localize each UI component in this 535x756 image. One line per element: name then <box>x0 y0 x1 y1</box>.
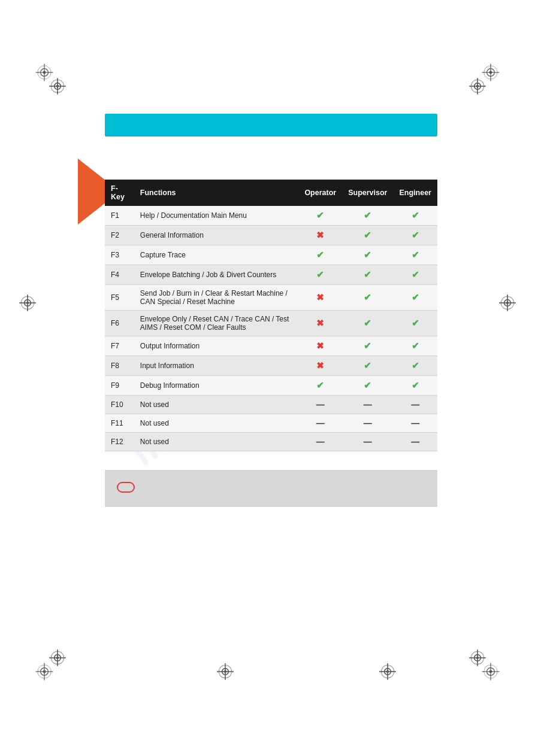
reg-mark-bottom-center-right <box>378 662 397 681</box>
cell-supervisor: ✔ <box>342 265 393 285</box>
col-engineer: Engineer <box>393 180 437 206</box>
svg-rect-30 <box>117 482 134 492</box>
cell-operator: ✔ <box>298 245 342 265</box>
reg-mark-bottom-right-inner <box>468 648 487 667</box>
table-row: F8 Input Information ✖ ✔ ✔ <box>105 356 437 376</box>
cell-engineer: ✔ <box>393 311 437 336</box>
cell-engineer: ✔ <box>393 245 437 265</box>
cell-supervisor: — <box>342 414 393 433</box>
reg-mark-bottom-center-left <box>216 662 235 681</box>
cell-operator: ✖ <box>298 311 342 336</box>
cell-supervisor: ✔ <box>342 226 393 245</box>
cell-operator: ✔ <box>298 265 342 285</box>
cell-fkey: F4 <box>105 265 134 285</box>
col-functions: Functions <box>134 180 299 206</box>
cell-engineer: ✔ <box>393 226 437 245</box>
main-table-container: F-Key Functions Operator Supervisor Engi… <box>105 180 437 451</box>
table-row: F5 Send Job / Burn in / Clear & Restart … <box>105 285 437 311</box>
cell-operator: — <box>298 414 342 433</box>
table-row: F11 Not used — — — <box>105 414 437 433</box>
cell-supervisor: — <box>342 433 393 451</box>
cell-fkey: F8 <box>105 356 134 376</box>
cell-supervisor: ✔ <box>342 285 393 311</box>
cell-function: Help / Documentation Main Menu <box>134 206 299 226</box>
cell-function: Input Information <box>134 356 299 376</box>
cell-fkey: F10 <box>105 396 134 414</box>
cell-engineer: ✔ <box>393 265 437 285</box>
table-row: F2 General Information ✖ ✔ ✔ <box>105 226 437 245</box>
cell-operator: ✔ <box>298 206 342 226</box>
cell-supervisor: ✔ <box>342 376 393 396</box>
cell-function: Debug Information <box>134 376 299 396</box>
col-fkey: F-Key <box>105 180 134 206</box>
table-row: F10 Not used — — — <box>105 396 437 414</box>
cell-fkey: F1 <box>105 206 134 226</box>
cell-operator: ✖ <box>298 336 342 356</box>
cell-function: Envelope Batching / Job & Divert Counter… <box>134 265 299 285</box>
cell-operator: ✖ <box>298 356 342 376</box>
cell-engineer: ✔ <box>393 376 437 396</box>
cell-function: General Information <box>134 226 299 245</box>
cell-fkey: F5 <box>105 285 134 311</box>
cell-fkey: F11 <box>105 414 134 433</box>
col-supervisor: Supervisor <box>342 180 393 206</box>
cell-fkey: F6 <box>105 311 134 336</box>
cell-function: Output Information <box>134 336 299 356</box>
cell-supervisor: ✔ <box>342 356 393 376</box>
cell-supervisor: — <box>342 396 393 414</box>
cell-engineer: — <box>393 396 437 414</box>
cell-operator: ✖ <box>298 285 342 311</box>
table-row: F7 Output Information ✖ ✔ ✔ <box>105 336 437 356</box>
cell-fkey: F7 <box>105 336 134 356</box>
cell-engineer: — <box>393 414 437 433</box>
cell-fkey: F3 <box>105 245 134 265</box>
cell-engineer: ✔ <box>393 336 437 356</box>
table-header-row: F-Key Functions Operator Supervisor Engi… <box>105 180 437 206</box>
cell-function: Capture Trace <box>134 245 299 265</box>
cell-function: Not used <box>134 414 299 433</box>
table-row: F3 Capture Trace ✔ ✔ ✔ <box>105 245 437 265</box>
cell-supervisor: ✔ <box>342 311 393 336</box>
note-box <box>105 470 437 507</box>
table-row: F4 Envelope Batching / Job & Divert Coun… <box>105 265 437 285</box>
header-bar <box>105 114 437 136</box>
cell-function: Not used <box>134 396 299 414</box>
cell-function: Not used <box>134 433 299 451</box>
fkey-table: F-Key Functions Operator Supervisor Engi… <box>105 180 437 451</box>
cell-function: Envelope Only / Reset CAN / Trace CAN / … <box>134 311 299 336</box>
table-row: F12 Not used — — — <box>105 433 437 451</box>
cell-engineer: — <box>393 433 437 451</box>
cell-supervisor: ✔ <box>342 245 393 265</box>
cell-engineer: ✔ <box>393 206 437 226</box>
reg-mark-bottom-left-inner <box>48 648 67 667</box>
cell-engineer: ✔ <box>393 356 437 376</box>
cell-fkey: F9 <box>105 376 134 396</box>
reg-mark-top-right-inner <box>468 77 487 96</box>
table-row: F1 Help / Documentation Main Menu ✔ ✔ ✔ <box>105 206 437 226</box>
cell-operator: — <box>298 433 342 451</box>
reg-mark-mid-left <box>18 293 37 312</box>
cell-function: Send Job / Burn in / Clear & Restart Mac… <box>134 285 299 311</box>
cell-engineer: ✔ <box>393 285 437 311</box>
table-row: F6 Envelope Only / Reset CAN / Trace CAN… <box>105 311 437 336</box>
cell-operator: ✔ <box>298 376 342 396</box>
note-icon <box>117 481 136 496</box>
table-row: F9 Debug Information ✔ ✔ ✔ <box>105 376 437 396</box>
cell-operator: ✖ <box>298 226 342 245</box>
cell-supervisor: ✔ <box>342 336 393 356</box>
reg-mark-top-left-inner <box>48 77 67 96</box>
col-operator: Operator <box>298 180 342 206</box>
cell-fkey: F2 <box>105 226 134 245</box>
cell-fkey: F12 <box>105 433 134 451</box>
cell-supervisor: ✔ <box>342 206 393 226</box>
cell-operator: — <box>298 396 342 414</box>
reg-mark-mid-right <box>498 293 517 312</box>
